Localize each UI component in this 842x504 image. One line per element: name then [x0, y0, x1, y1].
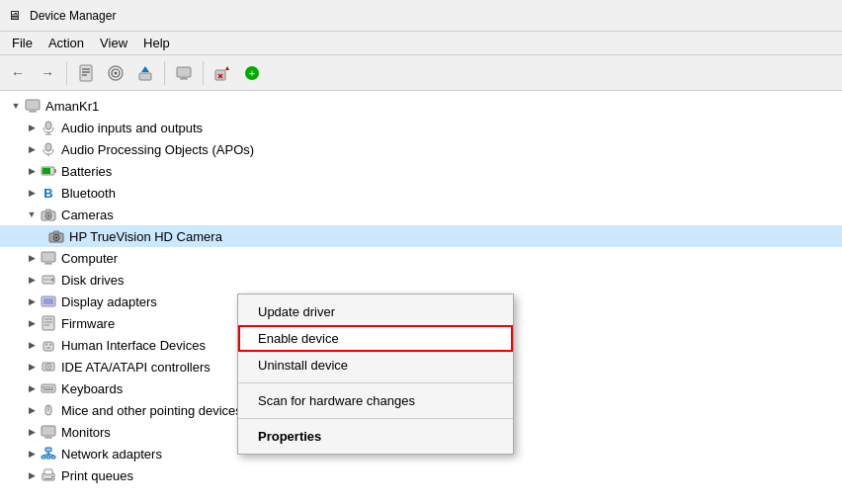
svg-rect-45 — [42, 316, 54, 330]
ctx-enable-device[interactable]: Enable device — [238, 325, 513, 352]
menu-bar: File Action View Help — [0, 32, 842, 55]
tree-item-audio-processing[interactable]: ▶ Audio Processing Objects (APOs) — [0, 138, 842, 160]
toolbar: ← → + — [0, 55, 842, 91]
svg-rect-49 — [43, 342, 53, 351]
svg-rect-57 — [42, 386, 44, 388]
firmware-arrow: ▶ — [24, 318, 40, 328]
cameras-icon — [40, 207, 57, 222]
network-adapters-arrow: ▶ — [24, 449, 40, 459]
batteries-label: Batteries — [61, 164, 112, 179]
svg-rect-7 — [139, 73, 151, 80]
svg-rect-77 — [44, 478, 52, 479]
computer-icon-item — [40, 250, 57, 266]
tree-item-print-queues[interactable]: ▶ Print queues — [0, 464, 842, 486]
ctx-scan-changes[interactable]: Scan for hardware changes — [238, 387, 513, 414]
svg-marker-15 — [225, 66, 229, 70]
toolbar-sep-1 — [66, 61, 67, 85]
back-button[interactable]: ← — [4, 59, 32, 87]
firmware-icon — [40, 315, 57, 331]
mice-icon — [40, 402, 57, 418]
audio-processing-icon — [40, 141, 57, 157]
tree-root[interactable]: ▼ AmanKr1 — [0, 95, 842, 117]
cameras-label: Cameras — [61, 208, 114, 222]
svg-rect-58 — [45, 386, 47, 388]
hp-camera-icon — [47, 228, 65, 244]
hid-label: Human Interface Devices — [61, 338, 206, 353]
svg-rect-60 — [51, 386, 53, 388]
svg-rect-32 — [45, 210, 51, 212]
audio-inputs-icon — [40, 120, 57, 135]
ctx-uninstall-device[interactable]: Uninstall device — [238, 352, 513, 378]
svg-rect-0 — [80, 65, 92, 81]
ide-label: IDE ATA/ATAPI controllers — [61, 360, 210, 375]
svg-rect-52 — [46, 347, 50, 349]
computer-arrow: ▶ — [24, 253, 40, 263]
remove-button[interactable] — [209, 59, 236, 87]
bluetooth-label: Bluetooth — [61, 186, 116, 201]
disk-drives-label: Disk drives — [61, 273, 125, 288]
svg-rect-36 — [53, 231, 59, 234]
tree-item-computer[interactable]: ▶ Computer — [0, 247, 842, 269]
audio-inputs-arrow: ▶ — [24, 123, 40, 132]
network-adapters-label: Network adapters — [61, 447, 162, 462]
keyboards-label: Keyboards — [61, 381, 123, 396]
print-queues-icon — [40, 467, 57, 483]
ide-icon — [40, 359, 57, 375]
svg-rect-28 — [42, 168, 50, 174]
tree-item-hp-camera[interactable]: HP TrueVision HD Camera — [0, 225, 842, 247]
svg-rect-9 — [177, 67, 191, 77]
enable-button[interactable]: + — [238, 59, 266, 87]
print-queues-arrow: ▶ — [24, 470, 40, 480]
window-title: Device Manager — [30, 9, 116, 23]
toolbar-sep-3 — [203, 61, 204, 85]
ctx-update-driver[interactable]: Update driver — [238, 298, 513, 325]
ctx-properties[interactable]: Properties — [238, 423, 513, 450]
svg-rect-18 — [26, 100, 40, 110]
menu-file[interactable]: File — [4, 34, 41, 52]
svg-rect-68 — [42, 456, 45, 459]
batteries-arrow: ▶ — [24, 166, 40, 176]
svg-rect-21 — [45, 122, 51, 129]
svg-rect-42 — [43, 279, 50, 281]
root-label: AmanKr1 — [45, 99, 99, 114]
svg-rect-70 — [51, 456, 55, 459]
print-queues-label: Print queues — [61, 468, 133, 483]
menu-help[interactable]: Help — [135, 34, 178, 52]
disk-drives-icon — [40, 272, 57, 288]
update-driver-button[interactable] — [131, 59, 159, 87]
tree-item-batteries[interactable]: ▶ Batteries — [0, 160, 842, 182]
audio-processing-label: Audio Processing Objects (APOs) — [61, 142, 254, 157]
monitor-button[interactable] — [170, 59, 198, 87]
monitors-arrow: ▶ — [24, 427, 40, 437]
svg-point-76 — [51, 476, 53, 478]
tree-item-disk-drives[interactable]: ▶ Disk drives — [0, 269, 842, 291]
svg-point-35 — [55, 236, 57, 238]
disk-drives-arrow: ▶ — [24, 275, 40, 285]
properties-button[interactable] — [72, 59, 100, 87]
monitors-label: Monitors — [61, 425, 111, 440]
mice-label: Mice and other pointing devices — [61, 403, 242, 418]
root-arrow: ▼ — [8, 101, 24, 111]
keyboards-arrow: ▶ — [24, 383, 40, 393]
cameras-arrow: ▼ — [24, 210, 40, 219]
svg-point-6 — [115, 71, 118, 74]
menu-view[interactable]: View — [92, 34, 135, 52]
tree-item-bluetooth[interactable]: ▶ B Bluetooth — [0, 182, 842, 204]
scan-button[interactable] — [102, 59, 129, 87]
menu-action[interactable]: Action — [41, 34, 92, 52]
batteries-icon — [40, 163, 57, 179]
app-icon: 🖥 — [8, 8, 24, 24]
toolbar-sep-2 — [164, 61, 165, 85]
svg-text:+: + — [249, 67, 255, 79]
monitors-icon — [40, 424, 57, 440]
main-content: ▼ AmanKr1 ▶ Audio inputs and outputs ▶ A… — [0, 91, 842, 504]
tree-item-cameras[interactable]: ▼ Cameras — [0, 204, 842, 225]
svg-rect-59 — [48, 386, 50, 388]
svg-rect-67 — [45, 448, 51, 452]
tree-item-audio-inputs[interactable]: ▶ Audio inputs and outputs — [0, 117, 842, 138]
forward-button[interactable]: → — [34, 59, 61, 87]
device-tree[interactable]: ▼ AmanKr1 ▶ Audio inputs and outputs ▶ A… — [0, 91, 842, 504]
svg-marker-8 — [141, 66, 149, 72]
svg-point-31 — [47, 214, 49, 216]
svg-rect-56 — [42, 384, 55, 392]
